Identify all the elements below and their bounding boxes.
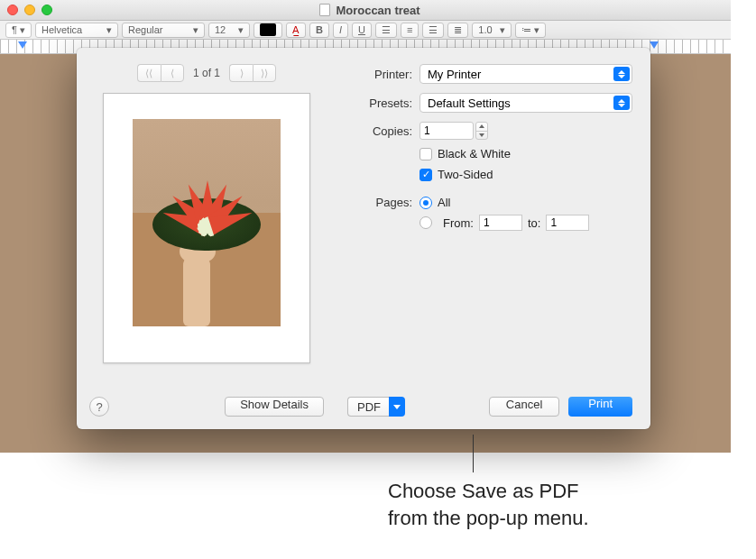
chevron-updown-icon xyxy=(613,96,630,110)
formatting-toolbar: ¶ ▾ Helvetica▾ Regular▾ 12▾ A̲ B I U ☰ ≡… xyxy=(0,21,731,40)
close-icon[interactable] xyxy=(7,5,18,15)
pages-all-label: All xyxy=(438,196,450,209)
preview-pager: ⟨⟨ ⟨ 1 of 1 ⟩ ⟩⟩ xyxy=(137,64,276,82)
list-style-select[interactable]: ≔ ▾ xyxy=(515,23,546,38)
copies-label: Copies: xyxy=(347,124,412,138)
presets-select[interactable]: Default Settings xyxy=(419,93,632,113)
align-left-button[interactable]: ☰ xyxy=(375,23,397,38)
titlebar: Moroccan treat xyxy=(0,0,731,21)
font-size-select[interactable]: 12▾ xyxy=(208,23,250,38)
align-right-button[interactable]: ☰ xyxy=(422,23,444,38)
pages-all-radio[interactable] xyxy=(419,197,432,209)
align-center-button[interactable]: ≡ xyxy=(401,23,419,38)
cancel-button[interactable]: Cancel xyxy=(489,397,559,417)
printer-label: Printer: xyxy=(347,68,412,81)
to-label: to: xyxy=(528,216,540,230)
align-justify-button[interactable]: ≣ xyxy=(447,23,468,38)
pdf-menu-button[interactable]: PDF xyxy=(347,397,405,417)
copies-stepper[interactable] xyxy=(475,122,488,140)
dialog-preview-pane: ⟨⟨ ⟨ 1 of 1 ⟩ ⟩⟩ xyxy=(77,48,337,429)
from-label: From: xyxy=(443,216,474,230)
chevron-down-icon[interactable] xyxy=(476,132,487,140)
callout-text: Choose Save as PDF from the pop-up menu. xyxy=(388,478,589,531)
right-margin-marker[interactable] xyxy=(650,41,659,49)
presets-label: Presets: xyxy=(347,96,412,110)
next-page-button[interactable]: ⟩ xyxy=(229,64,253,82)
font-family-select[interactable]: Helvetica▾ xyxy=(35,23,118,38)
text-color-picker[interactable] xyxy=(254,23,282,38)
italic-button[interactable]: I xyxy=(333,23,348,38)
pager-next-group: ⟩ ⟩⟩ xyxy=(229,64,276,82)
font-style-select[interactable]: Regular▾ xyxy=(122,23,205,38)
window-controls xyxy=(7,5,52,15)
prev-page-button[interactable]: ⟨ xyxy=(161,64,184,82)
line-spacing-select[interactable]: 1.0▾ xyxy=(472,23,512,38)
print-preview xyxy=(103,93,310,363)
last-page-button[interactable]: ⟩⟩ xyxy=(253,64,276,82)
show-details-button[interactable]: Show Details xyxy=(225,397,324,417)
document-title: Moroccan treat xyxy=(336,4,419,17)
printer-select[interactable]: My Printer xyxy=(419,64,632,84)
pages-label: Pages: xyxy=(347,196,412,209)
print-button[interactable]: Print xyxy=(568,397,632,417)
chevron-up-icon[interactable] xyxy=(476,123,487,132)
pager-prev-group: ⟨⟨ ⟨ xyxy=(137,64,184,82)
chevron-updown-icon xyxy=(613,67,630,81)
preview-image xyxy=(133,119,281,326)
left-margin-marker[interactable] xyxy=(18,41,27,49)
chevron-down-icon xyxy=(389,397,405,417)
dialog-options-pane: Printer: My Printer Presets: Default Set… xyxy=(337,48,650,429)
copies-input[interactable] xyxy=(419,122,474,140)
two-sided-label: Two-Sided xyxy=(438,168,493,181)
first-page-button[interactable]: ⟨⟨ xyxy=(137,64,161,82)
from-input[interactable] xyxy=(479,215,522,231)
fullscreen-icon[interactable] xyxy=(41,5,52,15)
window-title: Moroccan treat xyxy=(61,4,678,17)
minimize-icon[interactable] xyxy=(24,5,35,15)
help-button[interactable]: ? xyxy=(89,397,109,417)
underline-button[interactable]: U xyxy=(352,23,372,38)
print-dialog: ⟨⟨ ⟨ 1 of 1 ⟩ ⟩⟩ xyxy=(77,48,650,429)
black-white-checkbox[interactable] xyxy=(419,148,432,160)
document-icon xyxy=(319,4,330,16)
callout-line xyxy=(473,435,474,472)
pages-range-radio[interactable] xyxy=(419,216,432,229)
dialog-footer: PDF Cancel Print xyxy=(347,397,632,417)
to-input[interactable] xyxy=(546,215,589,231)
page-indicator: 1 of 1 xyxy=(193,67,220,79)
black-white-label: Black & White xyxy=(438,147,511,160)
two-sided-checkbox[interactable] xyxy=(419,169,432,181)
bold-button[interactable]: B xyxy=(309,23,329,38)
font-color-icon[interactable]: A̲ xyxy=(286,23,306,38)
paragraph-style-select[interactable]: ¶ ▾ xyxy=(5,23,32,38)
